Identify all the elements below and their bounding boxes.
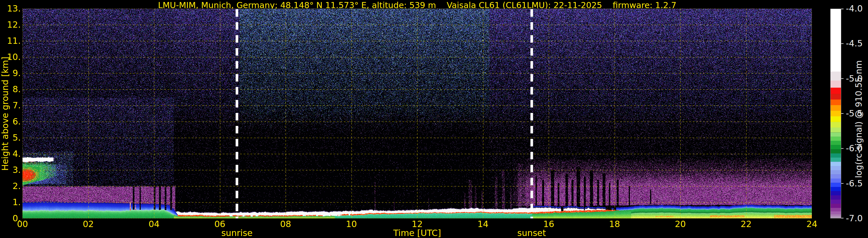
- y-tick-label: 5.: [0, 133, 21, 142]
- x-tick-label: 22: [733, 220, 759, 229]
- colorbar-canvas: [830, 9, 844, 218]
- y-tick-label: 7.: [0, 101, 21, 110]
- x-tick-label: 02: [75, 220, 101, 229]
- x-tick-label: 10: [339, 220, 365, 229]
- x-tick-label: 12: [404, 220, 430, 229]
- colorbar-label: log(rc-signal) @ 910.55 nm: [854, 60, 864, 178]
- y-tick-label: 8.: [0, 85, 21, 94]
- y-tick-label: 11.: [0, 37, 21, 45]
- x-tick-label: 24: [799, 220, 825, 229]
- x-axis-label: Time [UTC]: [371, 228, 463, 238]
- x-tick-label: 18: [602, 220, 628, 229]
- x-tick-label: 14: [470, 220, 496, 229]
- y-tick-label: 1.: [0, 198, 21, 207]
- y-tick-label: 4.: [0, 150, 21, 158]
- y-tick-label: 3.: [0, 166, 21, 174]
- annotation-label-sunset: sunset: [497, 228, 566, 238]
- colorbar-label-wrap: log(rc-signal) @ 910.55 nm: [849, 0, 868, 238]
- heatmap-canvas: [23, 9, 812, 218]
- x-tick-label: 20: [667, 220, 693, 229]
- x-tick-label: 08: [273, 220, 299, 229]
- x-tick-label: 16: [536, 220, 562, 229]
- x-tick-label: 06: [207, 220, 233, 229]
- y-tick-label: 2.: [0, 182, 21, 190]
- y-tick-label: 13.: [0, 4, 21, 13]
- y-tick-label: 10.: [0, 53, 21, 61]
- ceilometer-quicklook: LMU-MIM, Munich, Germany; 48.148° N 11.5…: [0, 0, 868, 238]
- annotation-label-sunrise: sunrise: [203, 228, 272, 238]
- y-tick-label: 12.: [0, 21, 21, 29]
- y-tick-label: 6.: [0, 117, 21, 126]
- x-tick-label: 04: [141, 220, 167, 229]
- x-tick-label: 00: [9, 220, 35, 229]
- y-tick-label: 9.: [0, 69, 21, 78]
